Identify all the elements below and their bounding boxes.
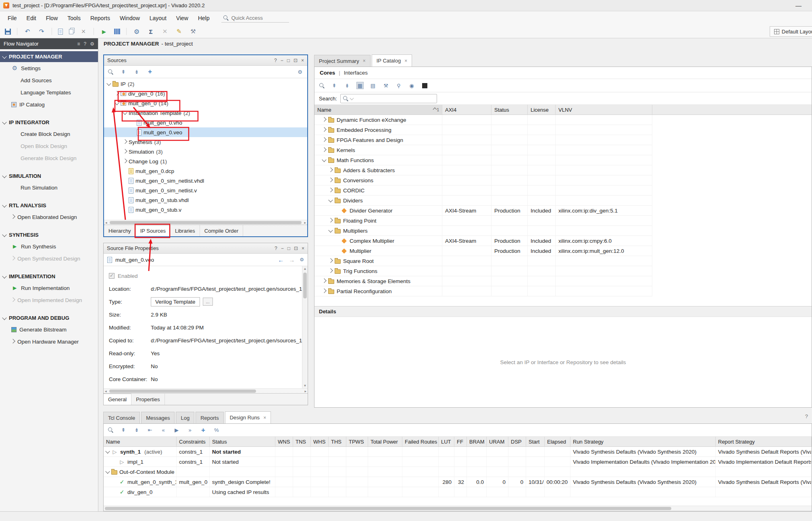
chevron-down-icon[interactable]: [328, 198, 333, 202]
catalog-item-floating-point[interactable]: Floating Point: [314, 216, 652, 226]
catalog-item-adders-subtracters[interactable]: Adders & Subtracters: [314, 165, 652, 175]
menu-layout[interactable]: Layout: [145, 13, 171, 24]
view-tab-interfaces[interactable]: Interfaces: [344, 70, 368, 76]
flow-section-project-manager[interactable]: PROJECT MANAGER: [0, 51, 98, 62]
forward-arrow-icon[interactable]: →: [289, 256, 295, 263]
chevron-down-icon[interactable]: [115, 100, 119, 105]
source-item-mult-gen-0[interactable]: mult_gen_0(14): [104, 98, 307, 108]
run-icon[interactable]: [100, 27, 108, 35]
catalog-item-conversions[interactable]: Conversions: [314, 175, 652, 185]
flow-item-open-block-design[interactable]: Open Block Design: [0, 140, 98, 152]
flow-section-ip-integrator[interactable]: IP INTEGRATOR: [0, 117, 98, 128]
expand-all-icon[interactable]: ⇟: [133, 427, 140, 434]
chevron-right-icon[interactable]: [10, 214, 15, 219]
help-icon[interactable]: ?: [805, 413, 808, 419]
runs-column-dsp[interactable]: DSP: [508, 437, 526, 446]
chevron-right-icon[interactable]: [328, 258, 333, 263]
group-view-icon[interactable]: ▤: [369, 82, 377, 89]
runs-column-status[interactable]: Status: [210, 437, 275, 446]
source-item-mult-gen-0-stub-v[interactable]: mult_gen_0_stub.v: [104, 205, 307, 215]
chevron-right-icon[interactable]: [322, 278, 326, 283]
chevron-right-icon[interactable]: [328, 167, 333, 172]
search-icon[interactable]: [108, 427, 114, 433]
chevron-right-icon[interactable]: [433, 107, 437, 111]
web-icon[interactable]: ◉: [408, 82, 415, 89]
catalog-item-divider-generator[interactable]: Divider GeneratorAXI4-StreamProductionIn…: [314, 206, 652, 216]
catalog-item-complex-multiplier[interactable]: Complex MultiplierAXI4-StreamProductionI…: [314, 236, 652, 246]
quick-access-search[interactable]: [221, 14, 289, 23]
source-item-ip[interactable]: IP(2): [104, 79, 307, 89]
source-item-mult-gen-0-vho[interactable]: mult_gen_0.vho: [104, 118, 307, 127]
flow-section-program-and-debug[interactable]: PROGRAM AND DEBUG: [0, 313, 98, 323]
chevron-down-icon[interactable]: [2, 232, 6, 237]
sources-tab-hierarchy[interactable]: Hierarchy: [104, 225, 136, 236]
collapse-panel-icon[interactable]: ≡: [77, 41, 80, 47]
runs-column-total-power[interactable]: Total Power: [368, 437, 402, 446]
quick-access-input[interactable]: [231, 15, 276, 21]
catalog-column-name[interactable]: Name1: [314, 105, 442, 115]
properties-tab-general[interactable]: General: [104, 394, 131, 405]
runs-column-uram[interactable]: URAM: [487, 437, 508, 446]
scroll-up-icon[interactable]: ▲: [302, 267, 308, 271]
properties-hscrollbar[interactable]: ◂ ▸: [104, 388, 308, 393]
copy-icon[interactable]: [69, 29, 73, 34]
close-icon[interactable]: ×: [301, 58, 304, 63]
stop-icon[interactable]: [421, 82, 428, 89]
runs-column-run-strategy[interactable]: Run Strategy: [570, 437, 716, 446]
chevron-right-icon[interactable]: [322, 147, 326, 152]
chevron-right-icon[interactable]: [115, 91, 119, 95]
step-back-icon[interactable]: «: [160, 427, 167, 434]
runs-column-wns[interactable]: WNS: [275, 437, 293, 446]
catalog-item-multipliers[interactable]: Multipliers: [314, 226, 652, 236]
chevron-right-icon[interactable]: [328, 268, 333, 273]
catalog-column-status[interactable]: Status: [491, 105, 528, 115]
scroll-left-icon[interactable]: ◂: [105, 220, 107, 225]
expand-all-icon[interactable]: ⇟: [133, 68, 140, 75]
tab-project-summary[interactable]: Project Summary: [314, 55, 371, 67]
menu-view[interactable]: View: [172, 13, 193, 24]
group-by-taxonomy-icon[interactable]: ▦: [356, 82, 364, 89]
settings-gear-icon[interactable]: ⚙: [300, 257, 304, 263]
runs-column-constraints[interactable]: Constraints: [177, 437, 210, 446]
chevron-down-icon[interactable]: [105, 449, 110, 453]
collapse-all-icon[interactable]: ⇞: [331, 82, 338, 89]
flow-item-open-implemented-design[interactable]: Open Implemented Design: [0, 294, 98, 306]
properties-vscrollbar[interactable]: ▲ ▼: [302, 266, 308, 388]
chevron-down-icon[interactable]: [2, 120, 6, 124]
run-row-synth-1[interactable]: synth_1(active)constrs_1Not startedVivad…: [104, 447, 812, 457]
probe-icon[interactable]: [189, 27, 197, 35]
menu-reports[interactable]: Reports: [86, 13, 115, 24]
run-row-impl-1[interactable]: impl_1constrs_1Not startedVivado Impleme…: [104, 457, 812, 467]
runs-column-tpws[interactable]: TPWS: [346, 437, 368, 446]
chevron-down-icon[interactable]: [105, 469, 110, 473]
edit-icon[interactable]: [175, 27, 183, 35]
flow-item-add-sources[interactable]: Add Sources: [0, 74, 98, 86]
ip-settings-wrench-icon[interactable]: ⚒: [382, 82, 389, 89]
chevron-right-icon[interactable]: [123, 158, 127, 163]
runs-column-ths[interactable]: THS: [329, 437, 346, 446]
minimize-button[interactable]: —: [788, 2, 809, 9]
run-row-mult-gen-0-synth-1[interactable]: mult_gen_0_synth_1mult_gen_0synth_design…: [104, 477, 812, 487]
flow-item-open-hardware-manager[interactable]: Open Hardware Manager: [0, 336, 98, 348]
runs-column-lut[interactable]: LUT: [439, 437, 454, 446]
menu-edit[interactable]: Edit: [22, 13, 41, 24]
chevron-right-icon[interactable]: [328, 218, 333, 222]
help-icon[interactable]: ?: [274, 58, 277, 63]
chevron-down-icon[interactable]: [106, 81, 111, 85]
runs-column-name[interactable]: Name: [104, 437, 177, 446]
runs-column-whs[interactable]: WHS: [311, 437, 329, 446]
catalog-item-dividers[interactable]: Dividers: [314, 196, 652, 206]
chevron-down-icon[interactable]: [2, 173, 6, 178]
report-icon[interactable]: [58, 29, 63, 35]
properties-tab-properties[interactable]: Properties: [131, 394, 164, 405]
runs-column-report-strategy[interactable]: Report Strategy: [716, 437, 812, 446]
catalog-item-dynamic-function-exchange[interactable]: Dynamic Function eXchange: [314, 115, 652, 125]
flow-section-rtl-analysis[interactable]: RTL ANALYSIS: [0, 200, 98, 211]
percent-icon[interactable]: %: [213, 427, 220, 434]
scrollbar-thumb[interactable]: [105, 507, 671, 510]
chevron-down-icon[interactable]: [2, 315, 6, 320]
scrollbar-thumb[interactable]: [110, 221, 302, 224]
source-item-mult-gen-0-sim-netlist-v[interactable]: mult_gen_0_sim_netlist.v: [104, 185, 307, 195]
runs-column-bram[interactable]: BRAM: [467, 437, 487, 446]
step-forward-icon[interactable]: »: [186, 427, 194, 434]
